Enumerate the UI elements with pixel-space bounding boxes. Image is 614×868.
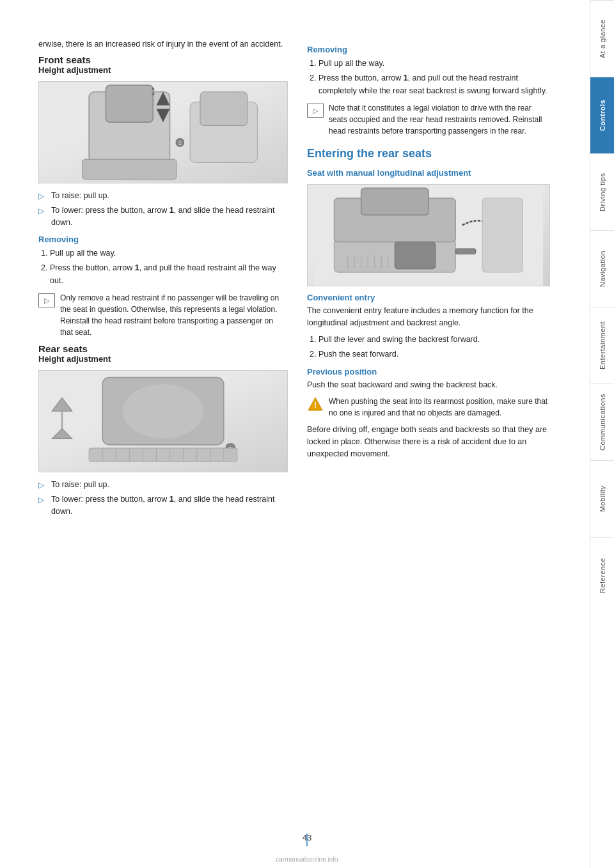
front-removing-steps: Pull up all the way. Press the button, a… (38, 247, 288, 287)
bullet-arrow-icon-3: ▷ (38, 479, 47, 491)
sidebar-tab-driving-tips[interactable]: Driving tips (590, 153, 615, 230)
right-removing-note-text: Note that it constitutes a legal violati… (329, 102, 550, 137)
before-driving-text: Before driving off, engage both seats an… (307, 424, 550, 460)
front-seat-diagram-svg: ↕ 1 (39, 82, 287, 183)
front-seats-title: Front seats (38, 54, 288, 65)
left-column: erwise, there is an increased risk of in… (38, 38, 288, 842)
sidebar-tab-entertainment[interactable]: Entertainment (590, 307, 615, 384)
previous-position-warning: ! When pushing the seat into its rearmos… (307, 396, 550, 419)
rear-lower-bullet: ▷ To lower: press the button, arrow 1, a… (38, 493, 288, 518)
rear-seat-image: 1 (38, 370, 288, 472)
intro-text: erwise, there is an increased risk of in… (38, 38, 288, 50)
warning-svg: ! (308, 397, 323, 411)
right-removing-title: Removing (307, 45, 550, 54)
svg-point-11 (123, 384, 203, 438)
right-removing-step1: Pull up all the way. (319, 57, 550, 70)
rear-lower-arrow-bold: 1 (169, 495, 174, 504)
svg-rect-3 (83, 159, 177, 180)
sidebar-tab-driving-tips-label: Driving tips (599, 173, 606, 211)
svg-rect-42 (482, 198, 523, 272)
convenient-entry-steps: Pull the lever and swing the backrest fo… (307, 333, 550, 360)
svg-rect-32 (455, 249, 476, 254)
front-lower-arrow-bold: 1 (169, 206, 174, 215)
svg-marker-12 (52, 398, 72, 411)
sidebar-tab-mobility-label: Mobility (599, 486, 606, 512)
page-line-decoration (306, 833, 308, 846)
front-removing-note-text: Only remove a head restraint if no passe… (60, 292, 288, 338)
sidebar-tab-at-a-glance-label: At a glance (599, 19, 606, 58)
svg-marker-14 (52, 429, 72, 439)
front-seat-image: ↕ 1 (38, 81, 288, 183)
convenient-step1: Pull the lever and swing the backrest fo… (319, 333, 550, 346)
main-content: erwise, there is an increased risk of in… (0, 0, 590, 868)
sidebar-tab-controls-label: Controls (599, 100, 606, 131)
bullet-arrow-icon: ▷ (38, 190, 47, 202)
note-icon: ▷ (38, 293, 55, 307)
page-container: erwise, there is an increased risk of in… (0, 0, 614, 868)
svg-rect-17 (89, 448, 237, 461)
rear-raise-text: To raise: pull up. (51, 479, 109, 491)
sidebar: At a glance Controls Driving tips Naviga… (590, 0, 614, 868)
sidebar-tab-entertainment-label: Entertainment (599, 322, 606, 369)
sidebar-tab-mobility[interactable]: Mobility (590, 460, 615, 537)
bullet-arrow-icon-4: ▷ (38, 494, 47, 506)
bullet-arrow-icon-2: ▷ (38, 205, 47, 217)
sidebar-tab-communications-label: Communications (599, 394, 606, 451)
watermark: carmanualsonline.info (276, 856, 338, 863)
front-raise-text: To raise: pull up. (51, 190, 109, 202)
convenient-entry-subtitle: Convenient entry (307, 293, 550, 302)
sidebar-tab-navigation-label: Navigation (599, 251, 606, 287)
front-lower-text: To lower: press the button, arrow 1, and… (51, 205, 288, 229)
note-icon-2: ▷ (307, 104, 324, 118)
previous-position-text: Push the seat backward and swing the bac… (307, 379, 550, 391)
svg-text:↕: ↕ (150, 83, 157, 98)
right-removing-note: ▷ Note that it constitutes a legal viola… (307, 102, 550, 137)
seat-manual-subtitle: Seat with manual longitudinal adjustment (307, 168, 550, 178)
sidebar-tab-reference[interactable]: Reference (590, 537, 615, 614)
warning-triangle-icon: ! (307, 397, 324, 411)
front-lower-bullet: ▷ To lower: press the button, arrow 1, a… (38, 205, 288, 229)
front-removing-step1: Pull up all the way. (50, 247, 288, 260)
seat-manual-image (307, 184, 550, 286)
entering-rear-seats-title: Entering the rear seats (307, 147, 550, 160)
front-height-adj-title: Height adjustment (38, 65, 288, 75)
front-raise-bullet: ▷ To raise: pull up. (38, 190, 288, 202)
convenient-step2: Push the seat forward. (319, 348, 550, 360)
svg-rect-1 (106, 85, 153, 122)
rear-raise-bullet: ▷ To raise: pull up. (38, 479, 288, 491)
svg-rect-31 (361, 188, 429, 215)
svg-text:1: 1 (178, 140, 182, 146)
sidebar-tab-navigation[interactable]: Navigation (590, 230, 615, 307)
svg-rect-7 (200, 92, 248, 126)
previous-position-warning-text: When pushing the seat into its rearmost … (329, 396, 550, 419)
right-removing-steps: Pull up all the way. Press the button, a… (307, 57, 550, 97)
front-removing-note: ▷ Only remove a head restraint if no pas… (38, 292, 288, 338)
convenient-entry-text: The convenient entry feature includes a … (307, 305, 550, 329)
right-column: Removing Pull up all the way. Press the … (301, 38, 550, 842)
sidebar-tab-at-a-glance[interactable]: At a glance (590, 0, 615, 77)
sidebar-tab-communications[interactable]: Communications (590, 384, 615, 460)
right-removing-step2: Press the button, arrow 1, and pull out … (319, 72, 550, 97)
seat-manual-diagram-svg (308, 185, 549, 286)
rear-seats-title: Rear seats (38, 343, 288, 354)
rear-lower-text: To lower: press the button, arrow 1, and… (51, 493, 288, 518)
sidebar-tab-reference-label: Reference (599, 558, 606, 593)
sidebar-tab-controls[interactable]: Controls (590, 77, 615, 153)
rear-height-adj-title: Height adjustment (38, 354, 288, 364)
svg-text:!: ! (314, 401, 317, 410)
previous-position-subtitle: Previous position (307, 367, 550, 376)
front-removing-step2: Press the button, arrow 1, and pull the … (50, 261, 288, 287)
front-removing-title: Removing (38, 235, 288, 244)
rear-seat-diagram-svg: 1 (39, 371, 287, 472)
svg-rect-34 (395, 242, 435, 269)
